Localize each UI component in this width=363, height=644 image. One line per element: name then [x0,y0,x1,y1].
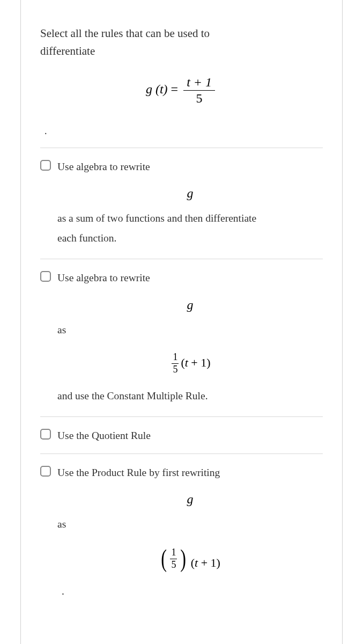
option-d-expr: ( 1 5 ) (t + 1) [57,547,323,570]
option-a-tail1: as a sum of two functions and then diffe… [57,210,323,226]
eq-denominator: 5 [183,91,215,106]
option-c-lead: Use the Quotient Rule [57,428,151,443]
option-c: Use the Quotient Rule [40,416,323,453]
eq-numerator: t + 1 [183,75,215,91]
period-marker: . [45,126,323,137]
option-d-frac: 1 5 [170,547,177,570]
option-b-expr: 1 5 (t + 1) [57,352,323,375]
card-content: Select all the rules that can be used to… [21,0,342,612]
option-d-paren-frac: ( 1 5 ) [160,547,188,570]
card-frame: Select all the rules that can be used to… [20,0,343,644]
option-d-dot: . [62,583,323,599]
option-b-g: g [57,298,323,312]
option-b-lead: Use algebra to rewrite [57,270,150,286]
option-d-g: g [57,492,323,507]
option-a-tail2: each function. [57,230,323,246]
main-equation: g (t) = t + 1 5 [40,75,323,106]
question-line-1: Select all the rules that can be used to [40,27,210,40]
option-d-den: 5 [170,559,177,571]
checkbox-c[interactable] [40,429,51,440]
option-b-tail: and use the Constant Multiple Rule. [57,388,323,404]
question-line-2: differentiate [40,45,95,57]
eq-fraction: t + 1 5 [183,75,215,106]
eq-equals: = [171,82,182,96]
checkbox-b[interactable] [40,271,51,282]
option-a: Use algebra to rewrite g as a sum of two… [40,148,323,259]
option-d-num: 1 [170,547,177,559]
option-d-lead: Use the Product Rule by first rewriting [57,465,220,480]
option-b-num: 1 [172,352,179,364]
option-a-g: g [57,186,323,201]
checkbox-d[interactable] [40,466,51,477]
option-d-as: as [57,516,323,532]
option-b-as: as [57,322,323,338]
option-d: Use the Product Rule by first rewriting … [40,453,323,612]
option-a-lead: Use algebra to rewrite [57,159,150,174]
eq-lhs: g (t) [146,82,168,96]
question-prompt: Select all the rules that can be used to… [40,25,323,60]
option-b-frac: 1 5 [172,352,179,375]
option-b-den: 5 [172,364,179,376]
checkbox-a[interactable] [40,160,51,171]
option-b: Use algebra to rewrite g as 1 5 (t + 1) … [40,259,323,416]
